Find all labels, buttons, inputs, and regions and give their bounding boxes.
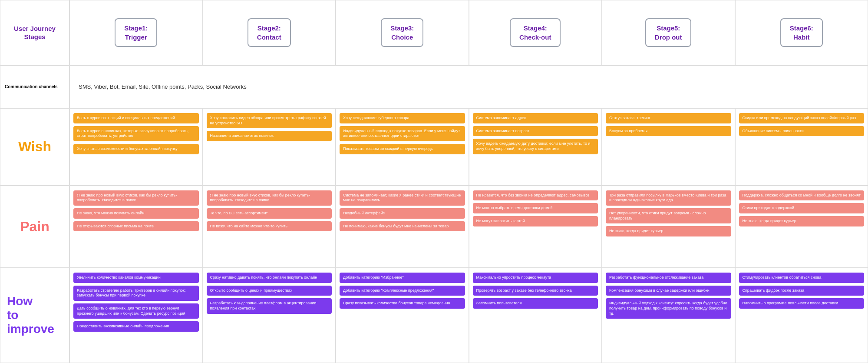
improve-card: Открыто сообщить о ценах и преимуществах <box>207 286 332 296</box>
stage4-header: Stage4: Check-out <box>469 0 602 66</box>
comm-content: SMS, Viber, Bot, Email, Site, Offline po… <box>69 66 868 108</box>
pain-card: Не знаю, когда придет курьер <box>606 226 731 236</box>
improve-label: How to improve <box>0 268 69 363</box>
improve-col1: Увеличить количество каналов коммуникаци… <box>69 268 203 363</box>
pain-col2: Я не знаю про новый вкус стиков, как бы … <box>203 186 336 268</box>
pain-card: Стики приходят с задержкой <box>739 203 865 213</box>
pain-card: Три раза отправили посылку в Харьков вме… <box>606 190 731 206</box>
wish-card: Хочу составить видео обзора или просмотр… <box>207 113 332 128</box>
improve-card: Компенсация бонусами в случае задержки и… <box>606 286 731 296</box>
header-label-cell: User Journey Stages <box>0 0 69 66</box>
wish-card: Название и описание этих новинок <box>207 131 332 141</box>
improve-card: Напомнить о программе лояльности после д… <box>739 298 865 309</box>
wish-col6: Скидка или промокод на следующий заказ о… <box>735 108 868 186</box>
stage2-header: Stage2: Contact <box>203 0 336 66</box>
improve-card: Спрашивать фидбэк после заказа <box>739 286 865 296</box>
pain-card: Неудобный интерфейс <box>340 208 465 219</box>
improve-card: Разработать функциональное отслеживание … <box>606 273 731 283</box>
improve-card: Сразу показывать количество бонусов това… <box>340 298 465 309</box>
stage3-header: Stage3: Choice <box>336 0 469 66</box>
wish-card: Быть в курсе о новинках, которые заслужи… <box>73 126 199 141</box>
pain-card: Не знаю, что можно покупать онлайн <box>73 208 199 219</box>
pain-card: Нет уверенности, что стики придут воврем… <box>606 208 731 223</box>
pain-col4: Не нравится, что без звонка не определяю… <box>469 186 602 268</box>
stage5-header: Stage5: Drop out <box>602 0 735 66</box>
main-grid: User Journey Stages Stage1: Trigger Stag… <box>0 0 868 363</box>
improve-card: Увеличить количество каналов коммуникаци… <box>73 273 199 283</box>
wish-card: Бонусы за проблемы <box>606 126 731 137</box>
wish-card: Показывать товары со скидкой в первую оч… <box>340 144 465 154</box>
pain-card: Не вижу, что на сайте можно что-то купит… <box>207 221 332 232</box>
wish-col1: Быть в курсе всех акций и специальных пр… <box>69 108 203 186</box>
wish-card: Скидка или промокод на следующий заказ о… <box>739 113 865 123</box>
improve-card: Сразу нативно давать понять, что онлайн … <box>207 273 332 283</box>
improve-card: Индивидуальный подход к клиенту: спросит… <box>606 298 731 319</box>
pain-card: Система не запоминает, какие я ранее сти… <box>340 190 465 206</box>
wish-card: Объяснение системы лояльности <box>739 126 865 137</box>
stage6-header: Stage6: Habit <box>735 0 868 66</box>
improve-card: Стимулировать клиентов обратиться снова <box>739 273 865 283</box>
improve-col4: Максимально упростить процесс чекаута Пр… <box>469 268 602 363</box>
wish-col3: Хочу сегодняшние куберного товара Индиви… <box>336 108 469 186</box>
pain-col1: Я не знаю про новый вкус стиков, как бы … <box>69 186 203 268</box>
wish-label: Wish <box>0 108 69 186</box>
improve-card: Предоставить эксклюзивные онлайн предлож… <box>73 321 199 332</box>
improve-card: Добавить категорию "Комплексные предложе… <box>340 286 465 296</box>
wish-col4: Система запоминает адрес Система запомин… <box>469 108 602 186</box>
pain-col6: Поддержка, сложно общаться со мной и воо… <box>735 186 868 268</box>
pain-col5: Три раза отправили посылку в Харьков вме… <box>602 186 735 268</box>
pain-card: Не понимаю, какие бонусы будут мне начис… <box>340 221 465 232</box>
improve-card: Разработать стратегию работы триггеров в… <box>73 286 199 301</box>
stage5-box: Stage5: Drop out <box>645 18 691 47</box>
comm-label: Communication channels <box>0 66 69 108</box>
improve-card: Разработать ИМ-дополнение платформ в акц… <box>207 298 332 313</box>
wish-card: Хочу видеть ожидаемую дату доставки; есл… <box>473 139 598 154</box>
improve-col3: Добавить категорию "Избранное" Добавить … <box>336 268 469 363</box>
journey-stages-label: User Journey Stages <box>14 24 56 41</box>
pain-card: Не нравится, что без звонка не определяю… <box>473 190 598 201</box>
wish-card: Система запоминает возраст <box>473 126 598 137</box>
improve-card: Запомнить пользователя <box>473 298 598 309</box>
wish-card: Хочу сегодняшние куберного товара <box>340 113 465 123</box>
pain-card: Я не знаю про новый вкус стиков, как бы … <box>207 190 332 206</box>
wish-card: Статус заказа, трекинг <box>606 113 731 123</box>
wish-card: Индивидуальный подход к покупке товаров.… <box>340 126 465 141</box>
improve-card: Проверять возраст у заказе без телефонно… <box>473 286 598 296</box>
pain-card: Не открываются спорных письма на почте <box>73 221 199 232</box>
wish-card: Хочу знать о возможности и бонусах за он… <box>73 144 199 154</box>
improve-col6: Стимулировать клиентов обратиться снова … <box>735 268 868 363</box>
improve-card: Добавить категорию "Избранное" <box>340 273 465 283</box>
pain-card: Не знаю, когда придет курьер <box>739 216 865 226</box>
pain-card: Не можно выбрать время доставки домой <box>473 203 598 213</box>
stage2-box: Stage2: Contact <box>248 18 291 47</box>
pain-label: Pain <box>0 186 69 268</box>
wish-card: Быть в курсе всех акций и специальных пр… <box>73 113 199 123</box>
pain-card: Не могут заплатить картой <box>473 216 598 226</box>
stage1-box: Stage1: Trigger <box>115 18 157 47</box>
improve-card: Дать сообщить о новинках, для тех кто в … <box>73 303 199 319</box>
stage1-header: Stage1: Trigger <box>69 0 203 66</box>
stage6-box: Stage6: Habit <box>780 18 823 47</box>
pain-col3: Система не запоминает, какие я ранее сти… <box>336 186 469 268</box>
wish-col2: Хочу составить видео обзора или просмотр… <box>203 108 336 186</box>
improve-col2: Сразу нативно давать понять, что онлайн … <box>203 268 336 363</box>
pain-card: Те что, по БО есть ассортимент <box>207 208 332 219</box>
pain-card: Поддержка, сложно общаться со мной и воо… <box>739 190 865 201</box>
wish-col5: Статус заказа, трекинг Бонусы за проблем… <box>602 108 735 186</box>
improve-col5: Разработать функциональное отслеживание … <box>602 268 735 363</box>
stage4-box: Stage4: Check-out <box>510 18 561 47</box>
stage3-box: Stage3: Choice <box>381 18 423 47</box>
improve-card: Максимально упростить процесс чекаута <box>473 273 598 283</box>
wish-card: Система запоминает адрес <box>473 113 598 123</box>
pain-card: Я не знаю про новый вкус стиков, как бы … <box>73 190 199 206</box>
